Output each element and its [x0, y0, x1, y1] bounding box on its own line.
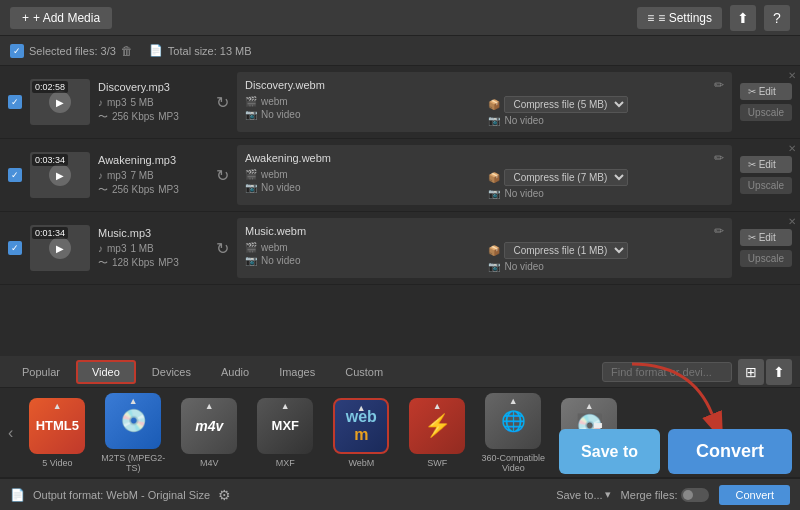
output-col-left: 🎬 webm 📷 No video [245, 96, 480, 126]
save-to-big-button[interactable]: Save to [559, 429, 660, 474]
save-to-small-button[interactable]: Save to... ▾ [556, 488, 610, 501]
add-media-button[interactable]: + + Add Media [10, 7, 112, 29]
merge-files-section: Merge files: [621, 488, 710, 502]
output-compress-line: 📦 Compress file (5 MB) [488, 96, 723, 113]
convert-arrow-icon: ↻ [216, 93, 229, 112]
meta-size: 1 MB [130, 243, 153, 254]
upscale-button[interactable]: Upscale [740, 250, 792, 267]
row-actions: ✂ Edit Upscale [740, 229, 792, 267]
meta-format-label: mp3 [107, 170, 126, 181]
merge-files-toggle[interactable] [681, 488, 709, 502]
play-button[interactable]: ▶ [49, 164, 71, 186]
music-icon: ♪ [98, 243, 103, 254]
compress-icon: 📦 [488, 245, 500, 256]
edit-output-name-icon[interactable]: ✏ [714, 78, 724, 92]
compress-select[interactable]: Compress file (1 MB) [504, 242, 628, 259]
format-item-mxf[interactable]: ▲ MXF MXF [249, 398, 321, 468]
row-actions: ✂ Edit Upscale [740, 83, 792, 121]
file-thumbnail[interactable]: 0:01:34 ▶ [30, 225, 90, 271]
output-format-value: webm [261, 169, 288, 180]
help-icon: ? [773, 10, 781, 26]
file-name: Awakening.mp3 [98, 154, 208, 166]
close-icon[interactable]: ✕ [788, 216, 796, 227]
format-item-swf[interactable]: ▲ ⚡ SWF [401, 398, 473, 468]
share-button[interactable]: ⬆ [730, 5, 756, 31]
compress-select[interactable]: Compress file (7 MB) [504, 169, 628, 186]
play-button[interactable]: ▶ [49, 237, 71, 259]
select-all-checkbox[interactable]: ✓ [10, 44, 24, 58]
output-video-value: No video [261, 255, 300, 266]
top-toolbar: + + Add Media ≡ ≡ Settings ⬆ ? [0, 0, 800, 36]
row-checkbox[interactable]: ✓ [8, 95, 22, 109]
format-prev-button[interactable]: ‹ [4, 420, 17, 446]
bottom-bar-actions: Save to... ▾ Merge files: Convert [556, 485, 790, 505]
format-label-bluray: M2TS (MPEG2-TS) [97, 453, 169, 473]
format-item-webm[interactable]: ▲ webm WebM [325, 398, 397, 468]
file-info: Music.mp3 ♪ mp3 1 MB 〜 128 Kbps MP3 [98, 227, 208, 270]
big-button-row: Save to Convert [559, 429, 792, 474]
tab-images[interactable]: Images [265, 362, 329, 382]
output-filename: Music.webm [245, 225, 306, 237]
wave-icon: 〜 [98, 256, 108, 270]
video-icon: 📷 [245, 109, 257, 120]
output-format-value: webm [261, 242, 288, 253]
row-checkbox[interactable]: ✓ [8, 241, 22, 255]
film-icon: 🎬 [245, 169, 257, 180]
format-up-arrow: ▲ [281, 401, 290, 411]
tab-custom[interactable]: Custom [331, 362, 397, 382]
output-format-label: Output format: WebM - Original Size [33, 489, 210, 501]
format-icon-swf: ▲ ⚡ [409, 398, 465, 454]
convert-big-button[interactable]: Convert [668, 429, 792, 474]
tab-popular[interactable]: Popular [8, 362, 74, 382]
row-checkbox[interactable]: ✓ [8, 168, 22, 182]
meta-format: ♪ mp3 1 MB [98, 243, 208, 254]
output-video-value: No video [261, 182, 300, 193]
play-button[interactable]: ▶ [49, 91, 71, 113]
file-thumbnail[interactable]: 0:03:34 ▶ [30, 152, 90, 198]
output-video-line: 📷 No video [245, 182, 480, 193]
format-item-bluray[interactable]: ▲ 💿 M2TS (MPEG2-TS) [97, 393, 169, 473]
format-item-360[interactable]: ▲ 🌐 360-Compatible Video [477, 393, 549, 473]
toggle-dot [683, 490, 693, 500]
edit-button[interactable]: ✂ Edit [740, 156, 792, 173]
tab-video[interactable]: Video [76, 360, 136, 384]
format-label-mxf: MXF [276, 458, 295, 468]
file-thumbnail[interactable]: 0:02:58 ▶ [30, 79, 90, 125]
output-video2-value: No video [504, 115, 543, 126]
format-up-arrow: ▲ [205, 401, 214, 411]
tab-audio[interactable]: Audio [207, 362, 263, 382]
upscale-button[interactable]: Upscale [740, 177, 792, 194]
edit-button[interactable]: ✂ Edit [740, 83, 792, 100]
format-item-html5[interactable]: ▲ HTML5 5 Video [21, 398, 93, 468]
save-to-arrow-icon: ▾ [605, 488, 611, 501]
file-name: Music.mp3 [98, 227, 208, 239]
format-label-swf: SWF [427, 458, 447, 468]
format-icon-mxf: ▲ MXF [257, 398, 313, 454]
close-icon[interactable]: ✕ [788, 143, 796, 154]
delete-files-icon[interactable]: 🗑 [121, 44, 133, 58]
edit-button[interactable]: ✂ Edit [740, 229, 792, 246]
convert-small-button[interactable]: Convert [719, 485, 790, 505]
wave-icon: 〜 [98, 183, 108, 197]
output-compress-line: 📦 Compress file (7 MB) [488, 169, 723, 186]
output-format-icon: 📄 [10, 488, 25, 502]
meta-quality: MP3 [158, 257, 179, 268]
settings-gear-icon[interactable]: ⚙ [218, 487, 231, 503]
upscale-button[interactable]: Upscale [740, 104, 792, 121]
tab-devices[interactable]: Devices [138, 362, 205, 382]
format-label-html5: 5 Video [42, 458, 72, 468]
output-col-left: 🎬 webm 📷 No video [245, 169, 480, 199]
duration-label: 0:01:34 [32, 227, 68, 239]
edit-output-name-icon[interactable]: ✏ [714, 224, 724, 238]
help-button[interactable]: ? [764, 5, 790, 31]
compress-select[interactable]: Compress file (5 MB) [504, 96, 628, 113]
format-label-m4v: M4V [200, 458, 219, 468]
total-size-section: 📄 Total size: 13 MB [149, 44, 252, 57]
format-item-m4v[interactable]: ▲ m4v M4V [173, 398, 245, 468]
output-video2-value: No video [504, 188, 543, 199]
edit-output-name-icon[interactable]: ✏ [714, 151, 724, 165]
meta-size: 7 MB [130, 170, 153, 181]
film-icon: 🎬 [245, 242, 257, 253]
settings-button[interactable]: ≡ ≡ Settings [637, 7, 722, 29]
close-icon[interactable]: ✕ [788, 70, 796, 81]
